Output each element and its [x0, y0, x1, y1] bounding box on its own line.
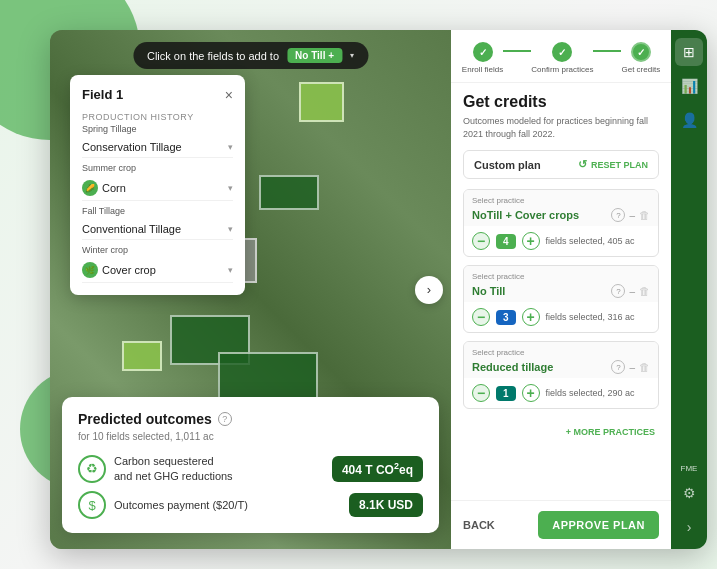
outcome-row-payment: $ Outcomes payment ($20/T) 8.1K USD [78, 491, 423, 519]
summer-dropdown-icon[interactable]: ▾ [228, 183, 233, 193]
fall-tillage-row: Conventional Tillage ▾ [82, 219, 233, 240]
right-panel: ✓ Enroll fields ✓ Confirm practices ✓ Ge… [451, 30, 671, 549]
practice-card-1-header: Select practice NoTill + Cover crops ? –… [464, 190, 658, 226]
practice-minus-button-3[interactable]: − [472, 384, 490, 402]
custom-plan-row: Custom plan ↺ RESET PLAN [463, 150, 659, 179]
practice-name-3: Reduced tillage [472, 361, 553, 373]
winter-dropdown-icon[interactable]: ▾ [228, 265, 233, 275]
map-instruction-text: Click on the fields to add to [147, 50, 279, 62]
map-next-arrow[interactable]: › [415, 276, 443, 304]
practice-minus-button-1[interactable]: − [472, 232, 490, 250]
step-confirm-label: Confirm practices [531, 65, 593, 74]
winter-crop-with-icon: 🌿 Cover crop [82, 262, 156, 278]
outcome-row-ghg: ♻ Carbon sequesteredand net GHG reductio… [78, 454, 423, 483]
cover-crop-icon: 🌿 [82, 262, 98, 278]
outcome-payment-label: Outcomes payment ($20/T) [114, 498, 248, 512]
back-button[interactable]: BACK [463, 519, 495, 531]
step-credits-circle: ✓ [631, 42, 651, 62]
outcomes-header: Predicted outcomes ? [78, 411, 423, 427]
field-light-2[interactable] [122, 341, 162, 371]
practice-menu-icon-2[interactable]: – [629, 286, 635, 297]
practice-trash-icon-3[interactable]: 🗑 [639, 361, 650, 373]
select-practice-label-2: Select practice [472, 272, 650, 281]
step-confirm-practices: ✓ Confirm practices [531, 42, 593, 74]
no-till-badge[interactable]: No Till + [287, 48, 342, 63]
step-line-1 [503, 50, 531, 52]
outcomes-rows: ♻ Carbon sequesteredand net GHG reductio… [78, 454, 423, 519]
custom-plan-label: Custom plan [474, 159, 541, 171]
fall-tillage-label: Fall Tillage [82, 206, 233, 216]
practice-info-icon-3[interactable]: ? [611, 360, 625, 374]
practice-name-2: No Till [472, 285, 505, 297]
production-history-label: Production history [82, 112, 233, 122]
step-enroll-fields: ✓ Enroll fields [462, 42, 503, 74]
practice-plus-button-2[interactable]: + [522, 308, 540, 326]
right-content: Get credits Outcomes modeled for practic… [451, 83, 671, 500]
approve-plan-button[interactable]: APPROVE PLAN [538, 511, 659, 539]
practice-name-1: NoTill + Cover crops [472, 209, 579, 221]
practice-fields-text-1: fields selected, 405 ac [546, 236, 635, 246]
practice-fields-row-1: − 4 + fields selected, 405 ac [464, 226, 658, 256]
sidebar-icon-arrow[interactable]: › [675, 513, 703, 541]
practice-card-2: Select practice No Till ? – 🗑 − 3 + fie [463, 265, 659, 333]
outcome-ghg-label: Carbon sequesteredand net GHG reductions [114, 454, 233, 483]
practice-actions-3: ? – 🗑 [611, 360, 650, 374]
practice-info-icon-2[interactable]: ? [611, 284, 625, 298]
reset-plan-button[interactable]: ↺ RESET PLAN [578, 158, 648, 171]
fme-label: FME [681, 464, 698, 473]
practice-fields-text-3: fields selected, 290 ac [546, 388, 635, 398]
step-credits-label: Get credits [621, 65, 660, 74]
step-line-2 [593, 50, 621, 52]
step-enroll-label: Enroll fields [462, 65, 503, 74]
summer-crop-with-icon: 🌽 Corn [82, 180, 126, 196]
select-practice-label-1: Select practice [472, 196, 650, 205]
field-light-1[interactable] [299, 82, 344, 122]
field-dark-1[interactable] [259, 175, 319, 210]
practice-trash-icon-2[interactable]: 🗑 [639, 285, 650, 297]
spring-tillage-label: Spring Tillage [82, 124, 233, 134]
outcome-ghg-left: ♻ Carbon sequesteredand net GHG reductio… [78, 454, 233, 483]
practice-fields-text-2: fields selected, 316 ac [546, 312, 635, 322]
practice-field-count-3: 1 [496, 386, 516, 401]
corn-icon: 🌽 [82, 180, 98, 196]
sidebar-icon-user[interactable]: 👤 [675, 106, 703, 134]
practice-menu-icon-1[interactable]: – [629, 210, 635, 221]
summer-crop-label: Summer crop [82, 163, 233, 173]
field-popup-header: Field 1 × [82, 87, 233, 102]
sidebar-icons: ⊞ 📊 👤 FME ⚙ › [671, 30, 707, 549]
chevron-down-icon: ▾ [350, 51, 354, 60]
more-practices-row: + MORE PRACTICES [463, 417, 659, 443]
practice-card-3-header: Select practice Reduced tillage ? – 🗑 [464, 342, 658, 378]
sidebar-icon-settings[interactable]: ⚙ [675, 479, 703, 507]
practice-actions-1: ? – 🗑 [611, 208, 650, 222]
practice-menu-icon-3[interactable]: – [629, 362, 635, 373]
select-practice-label-3: Select practice [472, 348, 650, 357]
recycle-icon: ♻ [78, 455, 106, 483]
more-practices-button[interactable]: + MORE PRACTICES [566, 427, 655, 437]
practice-minus-button-2[interactable]: − [472, 308, 490, 326]
winter-crop-name: Cover crop [102, 264, 156, 276]
practice-trash-icon-1[interactable]: 🗑 [639, 209, 650, 221]
practice-plus-button-1[interactable]: + [522, 232, 540, 250]
step-enroll-circle: ✓ [473, 42, 493, 62]
spring-dropdown-icon[interactable]: ▾ [228, 142, 233, 152]
outcome-ghg-value: 404 T CO2eq [332, 456, 423, 482]
field-popup: Field 1 × Production history Spring Till… [70, 75, 245, 295]
sidebar-icon-layers[interactable]: ⊞ [675, 38, 703, 66]
summer-crop-row: 🌽 Corn ▾ [82, 176, 233, 201]
practice-info-icon-1[interactable]: ? [611, 208, 625, 222]
practice-plus-button-3[interactable]: + [522, 384, 540, 402]
practice-card-3: Select practice Reduced tillage ? – 🗑 − … [463, 341, 659, 409]
practice-card-1: Select practice NoTill + Cover crops ? –… [463, 189, 659, 257]
close-icon[interactable]: × [225, 88, 233, 102]
practice-field-count-1: 4 [496, 234, 516, 249]
sidebar-icon-chart[interactable]: 📊 [675, 72, 703, 100]
fall-tillage-crop: Conventional Tillage [82, 223, 181, 235]
spring-tillage-row: Conservation Tillage ▾ [82, 137, 233, 158]
practice-field-count-2: 3 [496, 310, 516, 325]
info-icon[interactable]: ? [218, 412, 232, 426]
fall-dropdown-icon[interactable]: ▾ [228, 224, 233, 234]
spring-tillage-crop: Conservation Tillage [82, 141, 182, 153]
outcomes-subtitle: for 10 fields selected, 1,011 ac [78, 431, 423, 442]
checkmark-icon: ✓ [479, 47, 487, 58]
